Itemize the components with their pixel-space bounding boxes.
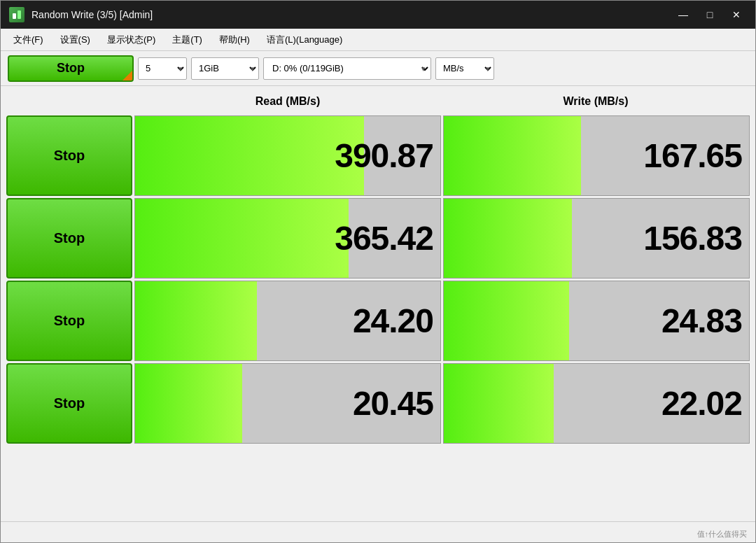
table-row: Stop 365.42 156.83 [6, 198, 750, 278]
window-controls: — □ ✕ [673, 4, 747, 25]
menu-bar: 文件(F)设置(S)显示状态(P)主题(T)帮助(H)语言(L)(Languag… [1, 29, 755, 51]
read-meter-row2: 365.42 [134, 198, 441, 278]
svg-rect-1 [18, 10, 21, 19]
write-value-row3: 24.83 [444, 302, 749, 340]
watermark-text: 值↑什么值得买 [697, 529, 748, 540]
read-value-row1: 390.87 [135, 136, 440, 175]
count-select-wrapper[interactable]: 5 1 2 3 4 6 7 8 9 [138, 57, 187, 80]
unit-select[interactable]: MB/s GB/s IOPS [435, 57, 494, 80]
menu-item-1[interactable]: 设置(S) [53, 31, 97, 49]
table-row: Stop 24.20 24.83 [6, 281, 750, 361]
main-window: Random Write (3/5) [Admin] — □ ✕ 文件(F)设置… [0, 0, 756, 543]
toolbar: Stop 5 1 2 3 4 6 7 8 9 1GiB 512MiB 2GiB … [1, 51, 755, 86]
write-value-row1: 167.65 [444, 136, 749, 175]
size-select[interactable]: 1GiB 512MiB 2GiB 4GiB [191, 57, 259, 80]
write-meter-row3: 24.83 [443, 281, 750, 361]
drive-select[interactable]: D: 0% (0/119GiB) [263, 57, 431, 80]
drive-select-wrapper[interactable]: D: 0% (0/119GiB) [263, 57, 431, 80]
header-row: Read (MB/s) Write (MB/s) [6, 89, 750, 114]
window-title: Random Write (3/5) [Admin] [31, 9, 666, 20]
write-header: Write (MB/s) [442, 95, 750, 108]
status-bar: 值↑什么值得买 [1, 521, 755, 542]
svg-rect-0 [13, 13, 16, 19]
menu-item-5[interactable]: 语言(L)(Language) [260, 31, 349, 49]
content-area: Read (MB/s) Write (MB/s) Stop 390.87 167… [1, 86, 755, 521]
read-meter-row1: 390.87 [134, 115, 441, 196]
table-row: Stop 390.87 167.65 [6, 115, 750, 196]
close-button[interactable]: ✕ [726, 4, 747, 25]
count-select[interactable]: 5 1 2 3 4 6 7 8 9 [138, 57, 187, 80]
stop-button-row2[interactable]: Stop [6, 198, 132, 278]
minimize-button[interactable]: — [673, 4, 694, 25]
read-value-row2: 365.42 [135, 219, 440, 258]
main-stop-button[interactable]: Stop [8, 55, 134, 82]
read-meter-row4: 20.45 [134, 363, 441, 444]
app-icon [9, 7, 24, 22]
write-value-row2: 156.83 [444, 219, 749, 258]
write-value-row4: 22.02 [444, 384, 749, 423]
menu-item-3[interactable]: 主题(T) [165, 31, 209, 49]
write-meter-row1: 167.65 [443, 115, 750, 196]
read-value-row3: 24.20 [135, 302, 440, 340]
stop-button-row4[interactable]: Stop [6, 363, 132, 444]
maximize-button[interactable]: □ [699, 4, 720, 25]
read-header: Read (MB/s) [134, 95, 442, 108]
menu-item-4[interactable]: 帮助(H) [212, 31, 257, 49]
menu-item-0[interactable]: 文件(F) [6, 31, 50, 49]
stop-button-row1[interactable]: Stop [6, 115, 132, 196]
unit-select-wrapper[interactable]: MB/s GB/s IOPS [435, 57, 494, 80]
menu-item-2[interactable]: 显示状态(P) [100, 31, 162, 49]
stop-button-row3[interactable]: Stop [6, 281, 132, 361]
table-row: Stop 20.45 22.02 [6, 363, 750, 444]
read-meter-row3: 24.20 [134, 281, 441, 361]
write-meter-row2: 156.83 [443, 198, 750, 278]
size-select-wrapper[interactable]: 1GiB 512MiB 2GiB 4GiB [191, 57, 259, 80]
title-bar: Random Write (3/5) [Admin] — □ ✕ [1, 1, 755, 29]
read-value-row4: 20.45 [135, 384, 440, 423]
write-meter-row4: 22.02 [443, 363, 750, 444]
